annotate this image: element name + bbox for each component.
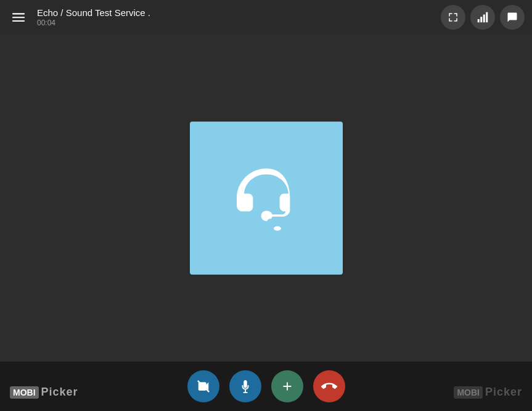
svg-point-9 bbox=[274, 226, 281, 230]
watermark-text-left: Picker bbox=[41, 386, 78, 399]
svg-rect-6 bbox=[486, 12, 488, 22]
svg-rect-5 bbox=[483, 14, 485, 22]
svg-rect-2 bbox=[12, 20, 25, 22]
header-left: Echo / Sound Test Service . 00:04 bbox=[7, 6, 150, 28]
call-header: Echo / Sound Test Service . 00:04 bbox=[0, 0, 532, 34]
headset-icon bbox=[229, 161, 303, 235]
svg-rect-1 bbox=[12, 17, 25, 18]
svg-rect-0 bbox=[12, 13, 25, 14]
main-content bbox=[0, 34, 532, 362]
svg-rect-12 bbox=[243, 392, 247, 393]
call-title: Echo / Sound Test Service . bbox=[37, 7, 150, 18]
end-call-button[interactable] bbox=[313, 370, 345, 402]
end-call-icon bbox=[321, 378, 337, 394]
watermark-box-left: MOBI bbox=[10, 386, 39, 399]
menu-button[interactable] bbox=[7, 6, 30, 28]
expand-button[interactable] bbox=[441, 5, 465, 30]
signal-button[interactable] bbox=[470, 5, 495, 30]
menu-lines-icon bbox=[12, 11, 25, 23]
video-button[interactable] bbox=[187, 370, 219, 402]
microphone-icon bbox=[239, 380, 252, 393]
watermark-left: MOBI Picker bbox=[10, 386, 78, 399]
video-off-icon bbox=[197, 380, 210, 393]
call-info: Echo / Sound Test Service . 00:04 bbox=[37, 7, 150, 27]
watermark-box-right: MOBI bbox=[454, 386, 483, 399]
service-avatar bbox=[190, 122, 343, 275]
watermark-text-right: Picker bbox=[485, 386, 522, 399]
chat-icon bbox=[507, 12, 518, 23]
call-timer: 00:04 bbox=[37, 19, 150, 27]
add-participant-button[interactable] bbox=[271, 370, 303, 402]
add-icon bbox=[280, 380, 294, 393]
watermark-right: MOBI Picker bbox=[454, 386, 522, 399]
svg-rect-3 bbox=[478, 19, 480, 22]
signal-icon bbox=[477, 12, 488, 23]
expand-icon bbox=[448, 12, 459, 23]
bottom-controls: MOBI Picker MOBI Picker bbox=[0, 362, 532, 411]
chat-button[interactable] bbox=[500, 5, 525, 30]
mute-button[interactable] bbox=[229, 370, 261, 402]
svg-rect-4 bbox=[480, 17, 482, 22]
header-right bbox=[441, 5, 525, 30]
